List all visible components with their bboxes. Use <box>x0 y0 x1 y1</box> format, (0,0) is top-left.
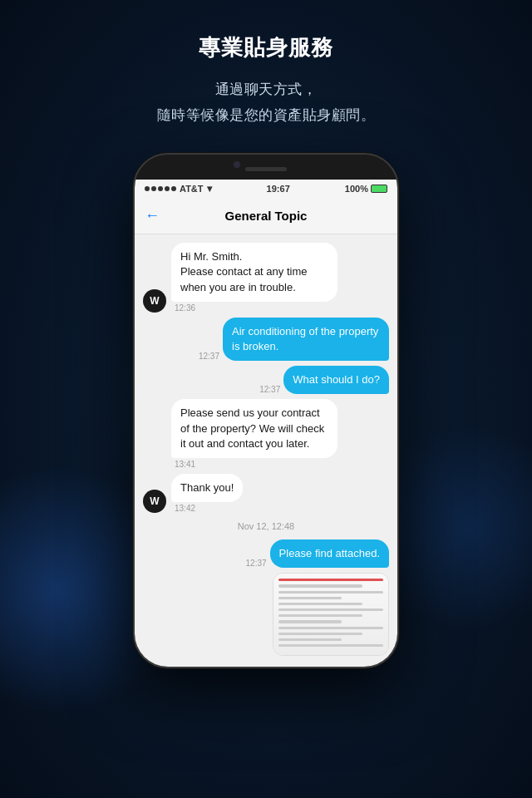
doc-line <box>278 627 383 629</box>
message-bubble: Please find attached. <box>270 539 389 568</box>
message-time: 12:37 <box>243 559 270 568</box>
doc-line <box>278 633 362 635</box>
message-time: 12:36 <box>171 303 337 313</box>
message-row: Please send us your contract of the prop… <box>135 399 397 469</box>
avatar: W <box>143 490 166 513</box>
doc-line <box>278 591 383 594</box>
battery-fill <box>371 185 387 193</box>
phone-speaker <box>245 167 287 171</box>
doc-line <box>278 620 342 623</box>
doc-line <box>278 603 362 605</box>
page-subtitle: 通過聊天方式， 隨時等候像是您的資產貼身顧問。 <box>0 77 532 128</box>
message-time: 13:41 <box>171 460 337 469</box>
signal-dot <box>158 186 163 191</box>
image-attachment <box>273 573 389 656</box>
message-text: Please find attached. <box>279 547 380 559</box>
signal-dot <box>151 186 156 191</box>
message-row: Please find attached. 12:37 <box>135 539 397 568</box>
chat-header: ← General Topic <box>135 198 397 234</box>
message-text: Air conditioning of the property is brok… <box>232 325 378 352</box>
message-text: Please send us your contract of the prop… <box>180 406 324 449</box>
chat-title: General Topic <box>225 209 308 223</box>
phone-top <box>135 155 397 180</box>
date-divider: Nov 12, 12:48 <box>135 521 397 531</box>
battery-indicator: 100% <box>345 184 387 194</box>
doc-line <box>278 608 383 611</box>
doc-preview <box>273 574 388 655</box>
doc-line <box>278 579 383 581</box>
doc-line <box>278 644 383 647</box>
message-text: Thank you! <box>180 481 234 494</box>
message-row: Air conditioning of the property is brok… <box>135 318 397 361</box>
doc-line <box>278 614 362 617</box>
phone-mockup: AT&T ▾ 19:67 100% ← General Topic W <box>0 153 532 668</box>
message-bubble: Hi Mr. Smith.Please contact at any time … <box>171 243 337 302</box>
avatar: W <box>143 289 166 313</box>
message-time: 13:42 <box>171 504 243 513</box>
signal-dots <box>145 186 176 191</box>
avatar-letter: W <box>150 495 159 507</box>
message-bubble: Thank you! <box>171 474 243 502</box>
message-time: 12:37 <box>256 385 283 394</box>
signal-dot <box>165 186 170 191</box>
doc-line <box>278 638 342 641</box>
time-label: 19:67 <box>267 184 290 194</box>
signal-dot <box>171 186 176 191</box>
phone-frame: AT&T ▾ 19:67 100% ← General Topic W <box>133 153 399 668</box>
header-area: 專業貼身服務 通過聊天方式， 隨時等候像是您的資產貼身顧問。 <box>0 0 532 145</box>
doc-line <box>278 597 342 599</box>
message-row <box>135 573 397 656</box>
message-bubble: Please send us your contract of the prop… <box>171 399 337 458</box>
signal-dot <box>145 186 150 191</box>
doc-line <box>278 584 362 587</box>
message-row: What should I do? 12:37 <box>135 366 397 394</box>
message-row: W Thank you! 13:42 <box>135 474 397 513</box>
message-bubble: Air conditioning of the property is brok… <box>223 318 389 361</box>
message-text: Hi Mr. Smith.Please contact at any time … <box>180 250 307 293</box>
chat-body[interactable]: W Hi Mr. Smith.Please contact at any tim… <box>135 234 397 667</box>
battery-label: 100% <box>345 184 368 194</box>
status-bar: AT&T ▾ 19:67 100% <box>135 180 397 198</box>
message-time: 12:37 <box>195 352 223 361</box>
page-title: 專業貼身服務 <box>0 33 532 62</box>
avatar-letter: W <box>150 295 159 307</box>
phone-camera <box>234 161 240 168</box>
message-row: W Hi Mr. Smith.Please contact at any tim… <box>135 243 397 313</box>
back-button[interactable]: ← <box>145 207 160 224</box>
wifi-icon: ▾ <box>207 183 212 195</box>
carrier-label: AT&T <box>180 184 204 194</box>
status-left: AT&T ▾ <box>145 183 212 195</box>
date-label: Nov 12, 12:48 <box>238 521 295 531</box>
message-text: What should I do? <box>293 373 380 386</box>
message-bubble: What should I do? <box>283 366 389 394</box>
